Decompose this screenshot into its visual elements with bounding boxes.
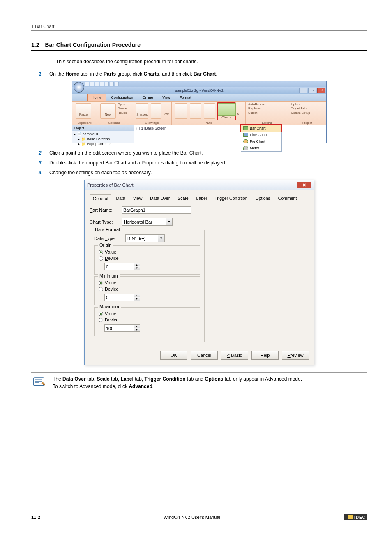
project-ops[interactable]: Upload Target Info. Comm.Setup [291,102,323,115]
maximize-button[interactable]: ▭ [308,88,316,93]
chevron-down-icon[interactable]: ▼ [166,218,172,225]
page-footer: 11-2 WindO/I-NV2 User's Manual IDEC [31,514,367,520]
origin-value-spinner[interactable]: 0▲▼ [104,263,140,270]
maximum-legend: Maximum [98,304,121,309]
intro-text: This section describes the configuration… [56,59,367,65]
partname-input[interactable] [122,206,191,214]
charttype-label: Chart Type: [90,220,119,224]
tab-label[interactable]: Label [193,194,210,202]
canvas-tab[interactable]: ▢ 1 [Base Screen] [134,125,326,131]
note-box: The Data Over tab, Scale tab, Label tab,… [31,372,367,393]
tab-dataover[interactable]: Data Over [147,194,173,202]
menu-line-chart[interactable]: Line Chart [241,132,281,138]
tab-scale[interactable]: Scale [174,194,191,202]
datatype-label: Data Type: [94,236,123,241]
close-button[interactable]: ✕ [317,88,325,93]
minimum-legend: Minimum [98,273,120,278]
tab-data[interactable]: Data [113,194,128,202]
minimize-button[interactable]: _ [299,88,307,93]
editing-ops[interactable]: AutoResize Replace Select [248,102,286,115]
charts-button[interactable] [218,103,236,116]
tab-configuration[interactable]: Configuration [107,94,138,101]
note-icon [31,375,48,390]
ok-button[interactable]: OK [160,351,187,360]
chevron-down-icon[interactable]: Charts [218,116,235,119]
tab-format[interactable]: Format [175,94,196,101]
breadcrumb: 1 Bar Chart [31,24,367,29]
ribbon-tabs[interactable]: Home Configuration Online View Format [72,94,326,101]
max-value-spinner[interactable]: 100▲▼ [104,324,140,332]
min-value-spinner[interactable]: 0▲▼ [104,294,140,301]
step-3: 3Double-click the dropped Bar Chart and … [39,159,367,166]
dataformat-legend: Data Format [93,227,122,232]
chevron-down-icon[interactable]: ▼ [158,235,164,242]
group-screens-label: Screens [97,121,132,125]
tab-comment[interactable]: Comment [275,194,300,202]
note-text: The Data Over tab, Scale tab, Label tab,… [53,375,302,390]
min-device-radio[interactable]: Device [99,287,196,291]
origin-device-radio[interactable]: Device [99,256,196,261]
buttons-button[interactable] [175,103,187,119]
new-screen-button[interactable]: New [100,103,116,119]
section-title-text: Bar Chart Configuration Procedure [45,42,141,48]
svg-rect-0 [34,378,44,386]
step-1-number: 1 [39,70,49,78]
rule-heading [31,50,367,51]
basic-button[interactable]: < Basic [221,351,248,360]
menu-pie-chart[interactable]: Pie Chart [241,138,281,145]
step-2: 2Click a point on the edit screen where … [39,149,367,157]
tab-view[interactable]: View [158,94,174,101]
group-drawings-label: Drawings [132,121,171,125]
office-orb[interactable] [74,82,84,92]
page-number: 11-2 [31,515,40,520]
group-project-label: Project [288,121,326,125]
section-heading: 1.2Bar Chart Configuration Procedure [31,42,367,48]
origin-value-radio[interactable]: Value [99,250,196,254]
menu-meter[interactable]: Meter [241,145,281,151]
screen-ops[interactable]: Open Delete Reuse [118,102,127,120]
min-value-radio[interactable]: Value [99,280,196,285]
text-button[interactable]: Text [163,102,169,120]
section-number: 1.2 [31,42,39,48]
charts-dropdown: Bar Chart Line Chart Pie Chart Meter [241,125,282,152]
shapes-button[interactable]: Shapes [136,103,148,119]
cancel-button[interactable]: Cancel [191,351,218,360]
paste-button[interactable]: Paste [76,103,91,119]
quick-access-toolbar[interactable] [85,83,119,87]
dialog-tabs[interactable]: General Data View Data Over Scale Label … [90,194,309,202]
lamps-button[interactable] [190,103,201,119]
tab-online[interactable]: Online [138,94,157,101]
tab-home[interactable]: Home [87,94,106,101]
charts-button-highlight: Charts [217,102,236,120]
tab-general[interactable]: General [90,194,111,203]
step-1: 1 On the Home tab, in the Parts group, c… [39,70,367,78]
tab-view[interactable]: View [130,194,146,202]
step-4: 4Change the settings on each tab as nece… [39,169,367,176]
datatype-select[interactable]: BIN16(+)▼ [125,234,165,242]
picture-button[interactable] [151,103,161,119]
rule-top [31,30,367,31]
partname-label: Part Name: [90,208,119,213]
app-title: sample01.n2g - WindO/I-NV2 [175,88,224,92]
menu-bar-chart[interactable]: Bar Chart [240,124,282,132]
data-displays-button[interactable] [204,103,215,119]
project-tree[interactable]: Project ▸ 📄 sample01 ▸ 📁 Base Screens ▸ … [72,125,134,143]
help-button[interactable]: Help [251,351,279,360]
tab-trigger[interactable]: Trigger Condition [211,194,251,202]
ribbon-screenshot: sample01.n2g - WindO/I-NV2 _ ▭ ✕ Home Co… [72,81,327,143]
tab-options[interactable]: Options [252,194,274,202]
origin-legend: Origin [98,243,113,247]
footer-title: WindO/I-NV2 User's Manual [164,515,220,520]
dialog-close-button[interactable]: ✕ [297,182,311,188]
preview-button[interactable]: Preview [282,351,309,360]
properties-dialog: Properties of Bar Chart ✕ General Data V… [84,180,314,365]
brand-logo: IDEC [344,514,367,520]
group-clipboard-label: Clipboard [72,121,97,125]
group-parts-label: Parts [172,121,245,125]
max-device-radio[interactable]: Device [99,317,196,322]
max-value-radio[interactable]: Value [99,311,196,316]
charttype-select[interactable]: Horizontal Bar▼ [122,218,173,226]
dialog-title: Properties of Bar Chart [87,183,134,187]
